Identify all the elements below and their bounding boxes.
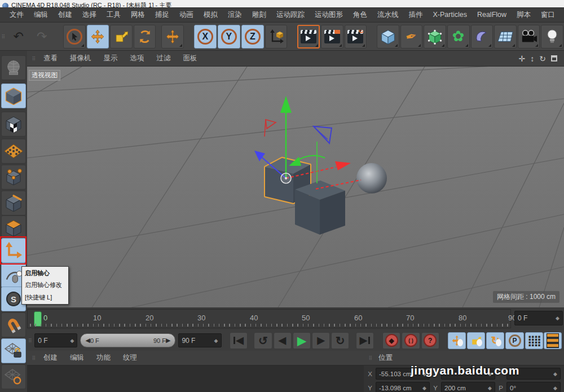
spinner-icon[interactable]: ◆ (556, 315, 559, 321)
materials-menu-item[interactable]: 创建 (37, 351, 64, 365)
play-button[interactable]: ▶ (293, 332, 311, 349)
add-cube-button[interactable] (377, 25, 399, 49)
texture-mode-button[interactable] (1, 112, 26, 136)
viewport-menu-item[interactable]: 查看 (37, 51, 64, 65)
vp-orbit-icon[interactable]: ↻ (539, 55, 546, 63)
previous-frame-button[interactable]: ◀ (274, 332, 292, 349)
sphere-object[interactable] (356, 163, 387, 193)
snap-workplane-button[interactable] (1, 364, 26, 389)
add-environment-button[interactable] (471, 25, 493, 49)
menu-item[interactable]: 窗口 (536, 7, 560, 23)
edge-mode-button[interactable] (1, 191, 26, 215)
menu-item[interactable]: 渲染 (223, 7, 247, 23)
viewport-menu-item[interactable]: 选项 (124, 51, 151, 65)
undo-button[interactable]: ↶ (7, 25, 30, 49)
add-light-button[interactable] (541, 25, 563, 49)
menu-item[interactable]: RealFlow (472, 8, 512, 21)
vp-zoom-icon[interactable]: ↕ (530, 55, 534, 63)
menu-item[interactable]: 网格 (126, 7, 150, 23)
rotate-tool-button[interactable] (134, 25, 156, 49)
lock-workplane-button[interactable] (1, 338, 26, 363)
axis-lock-button[interactable]: Y (218, 25, 240, 49)
render-view-button[interactable] (297, 25, 320, 49)
axis-lock-button[interactable]: X (194, 25, 217, 49)
spinner-icon[interactable]: ◆ (422, 385, 426, 391)
materials-grip[interactable]: ⣿ (30, 356, 37, 360)
live-selection-button[interactable] (63, 25, 86, 49)
menu-item[interactable]: 工具 (102, 7, 126, 23)
menu-item[interactable]: X-Particles (428, 8, 472, 21)
previous-key-button[interactable]: ↺ (254, 332, 272, 349)
motion-clip-button[interactable] (544, 332, 562, 349)
keyframe-selection-button[interactable]: ⣿⣿ (525, 332, 543, 349)
end-frame-field[interactable]: 90 F ◆ (178, 333, 221, 347)
viewport-label[interactable]: 透视视图 (29, 70, 60, 81)
points-mode-button[interactable] (1, 165, 26, 190)
menu-item[interactable]: 运动图形 (310, 7, 348, 23)
viewport-menu-item[interactable]: 过滤 (151, 51, 177, 65)
keyframe-help-button[interactable]: ? (421, 332, 439, 349)
menu-item[interactable]: 插件 (404, 7, 428, 23)
add-spline-button[interactable]: ✒ (400, 25, 423, 49)
render-settings-button[interactable]: ⚙ (345, 25, 367, 49)
menu-item[interactable]: 捕捉 (150, 7, 174, 23)
redo-button[interactable]: ↷ (31, 25, 54, 49)
menu-item[interactable]: 脚本 (512, 7, 536, 23)
goto-end-button[interactable]: ▶ (356, 332, 374, 349)
add-floor-button[interactable] (494, 25, 517, 49)
menu-item[interactable]: 编辑 (29, 7, 53, 23)
unselected-cube[interactable] (295, 180, 345, 235)
spinner-icon[interactable]: ◆ (488, 385, 492, 391)
key-scale-toggle[interactable] (467, 332, 485, 349)
animbar-grip[interactable]: ⣿ (27, 338, 33, 343)
range-left-arrow[interactable]: ◀ (85, 337, 90, 344)
key-position-toggle[interactable] (448, 332, 466, 349)
record-keyframe-button[interactable]: ◆ (382, 332, 400, 349)
vp-toggle-view-icon[interactable] (551, 55, 557, 61)
menu-item[interactable]: 模拟 (199, 7, 223, 23)
render-region-button[interactable] (321, 25, 343, 49)
coordinates-grip[interactable]: ⣿ (367, 356, 374, 360)
last-used-tool-button[interactable] (161, 25, 184, 49)
menu-item[interactable]: 流水线 (372, 7, 404, 23)
spinner-icon[interactable]: ◆ (553, 385, 557, 391)
spinner-icon[interactable]: ◆ (70, 338, 74, 343)
next-frame-button[interactable]: ▶ (312, 332, 330, 349)
goto-start-button[interactable]: ◀ (230, 332, 248, 349)
add-deformer-button[interactable]: ✿ (447, 25, 470, 49)
model-mode-button[interactable] (1, 83, 26, 108)
materials-menu-item[interactable]: 编辑 (64, 351, 90, 365)
viewport-menu-item[interactable]: 摄像机 (64, 51, 98, 65)
axis-lock-button[interactable]: Z (241, 25, 264, 49)
vp-pan-icon[interactable]: ✛ (519, 55, 526, 63)
spinner-icon[interactable]: ◆ (553, 371, 557, 377)
rotation-p-field[interactable]: 0° ◆ (506, 382, 561, 392)
add-generator-button[interactable] (424, 25, 446, 49)
frame-number-field[interactable]: 0 F ◆ (514, 311, 563, 325)
workplane-mode-button[interactable] (1, 139, 26, 164)
move-tool-button[interactable] (87, 25, 109, 49)
menu-item[interactable]: 运动跟踪 (271, 7, 310, 23)
menu-item[interactable]: 动画 (174, 7, 199, 23)
menu-item[interactable]: 雕刻 (247, 7, 271, 23)
viewport-canvas[interactable]: 透视视图 网格间距 : 1000 cm (27, 67, 564, 307)
menu-item[interactable]: 文件 (5, 7, 29, 23)
materials-menu-item[interactable]: 功能 (90, 351, 117, 365)
enable-axis-button[interactable] (1, 238, 26, 263)
position-y-field[interactable]: -13.098 cm ◆ (376, 382, 430, 392)
menu-item[interactable]: 创建 (53, 7, 77, 23)
viewport-menu-item[interactable]: 显示 (98, 51, 124, 65)
make-editable-button[interactable] (1, 55, 26, 80)
add-camera-button[interactable] (518, 25, 540, 49)
spinner-icon[interactable]: ◆ (214, 338, 218, 343)
size-y-field[interactable]: 200 cm ◆ (441, 382, 495, 392)
toolbar-grip[interactable]: ⣿ (0, 34, 7, 39)
menu-item[interactable]: 选择 (77, 7, 102, 23)
menu-item[interactable]: 角色 (348, 7, 372, 23)
magnet-tool-button[interactable] (1, 312, 26, 337)
timeline-ruler[interactable]: 0102030405060708090 (27, 309, 511, 328)
next-key-button[interactable]: ↻ (331, 332, 349, 349)
viewport-menu-item[interactable]: 面板 (177, 51, 204, 65)
viewport-grip[interactable]: ⣿ (30, 56, 37, 61)
coordinate-system-button[interactable] (265, 25, 288, 49)
